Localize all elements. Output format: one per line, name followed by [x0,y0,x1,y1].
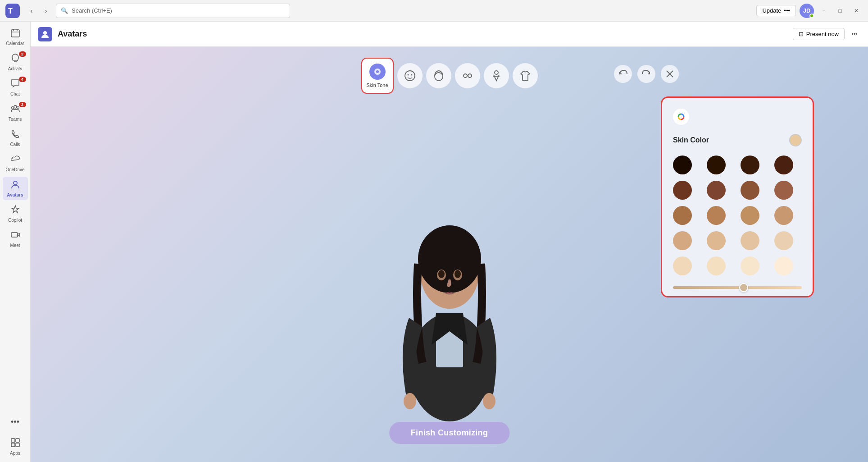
svg-rect-13 [11,443,15,447]
search-bar[interactable]: 🔍 Search (Ctrl+E) [56,4,290,18]
chat-badge: 4 [19,77,26,82]
svg-point-19 [407,74,409,76]
color-swatch-16[interactable] [774,231,793,250]
color-swatch-19[interactable] [741,256,759,275]
toolbar-body[interactable] [484,63,509,88]
main-layout: Calendar 2 Activity 4 Chat 2 Teams [0,22,868,462]
color-swatch-7[interactable] [741,181,759,200]
sidebar-item-teams[interactable]: 2 Teams [3,101,28,124]
toolbar-skin-tone[interactable]: Skin Tone [361,58,394,94]
color-swatch-2[interactable] [707,156,726,174]
skin-color-row: Skin Color [673,134,802,146]
color-swatch-15[interactable] [741,231,759,250]
content-header-icon [38,27,52,41]
color-swatch-14[interactable] [707,231,726,250]
toolbar-right-actions [614,65,679,83]
sidebar-item-calls[interactable]: Calls [3,126,28,150]
titlebar: T ‹ › 🔍 Search (Ctrl+E) Update ••• JD − … [0,0,868,22]
svg-point-23 [468,74,472,78]
color-swatch-10[interactable] [707,206,726,225]
svg-point-6 [14,105,17,108]
maximize-button[interactable]: □ [834,5,846,17]
avatar-figure [373,174,526,426]
sidebar-item-avatars[interactable]: Avatars [3,177,28,200]
svg-rect-10 [11,233,18,237]
update-button[interactable]: Update ••• [756,5,796,16]
calls-icon [10,129,20,141]
minimize-button[interactable]: − [818,5,830,17]
content-header-title: Avatars [58,29,87,39]
toolbar-hair[interactable] [426,63,451,88]
skin-selected-swatch [789,134,802,146]
sidebar-item-avatars-label: Avatars [7,192,23,197]
toolbar-skin-tone-label: Skin Tone [366,82,388,88]
sidebar-item-meet[interactable]: Meet [3,227,28,251]
more-dots-icon: ••• [7,414,23,430]
teams-badge: 2 [19,102,26,107]
color-swatch-11[interactable] [741,206,759,225]
sidebar-item-calendar-label: Calendar [6,41,24,46]
search-icon: 🔍 [61,7,68,14]
color-swatch-20[interactable] [774,256,793,275]
color-swatch-13[interactable] [673,231,692,250]
content-area: Avatars ⊡ Present now ••• Skin Tone [31,22,868,462]
svg-point-20 [411,74,412,76]
color-swatch-18[interactable] [707,256,726,275]
finish-customizing-button[interactable]: Finish Customizing [389,422,509,444]
color-swatch-5[interactable] [673,181,692,200]
activity-badge: 2 [19,51,26,57]
search-placeholder: Search (Ctrl+E) [72,7,112,14]
calendar-icon [10,28,20,40]
color-swatch-3[interactable] [741,156,759,174]
sidebar-item-copilot[interactable]: Copilot [3,202,28,225]
svg-point-25 [495,71,498,74]
toolbar-face[interactable] [397,63,423,88]
svg-rect-14 [16,443,19,447]
sidebar-item-more[interactable]: ••• [3,411,28,433]
svg-point-7 [11,107,14,109]
skin-tone-slider[interactable] [673,286,802,289]
color-swatch-6[interactable] [707,181,726,200]
svg-rect-12 [16,439,19,442]
close-button[interactable]: ✕ [850,5,863,17]
color-swatch-1[interactable] [673,156,692,174]
svg-point-9 [14,181,17,185]
svg-point-21 [435,73,443,81]
content-more-button[interactable]: ••• [848,28,861,41]
teams-icon [10,104,20,116]
finish-customizing-label: Finish Customizing [411,428,488,437]
toolbar-clothing[interactable] [513,63,538,88]
content-header-right: ⊡ Present now ••• [793,28,861,41]
user-avatar[interactable]: JD [800,4,814,18]
redo-button[interactable] [637,65,655,83]
forward-button[interactable]: › [40,5,52,17]
nav-buttons: ‹ › [25,5,52,17]
avatars-icon [10,179,20,192]
toolbar-features[interactable] [455,63,480,88]
google-icon [673,109,689,125]
sidebar: Calendar 2 Activity 4 Chat 2 Teams [0,22,31,462]
color-swatch-9[interactable] [673,206,692,225]
activity-icon [10,53,20,65]
back-button[interactable]: ‹ [25,5,38,17]
sidebar-item-calendar[interactable]: Calendar [3,25,28,49]
color-swatch-4[interactable] [774,156,793,174]
svg-point-36 [454,270,461,278]
skin-color-label: Skin Color [673,136,709,144]
copilot-icon [10,205,20,217]
color-swatch-12[interactable] [774,206,793,225]
undo-button[interactable] [614,65,632,83]
sidebar-item-activity[interactable]: 2 Activity [3,50,28,74]
skin-color-panel: Skin Color [661,96,814,297]
color-swatch-8[interactable] [774,181,793,200]
sidebar-item-chat-label: Chat [10,91,20,96]
skin-slider-thumb[interactable] [739,283,748,292]
color-swatch-17[interactable] [673,256,692,275]
present-now-button[interactable]: ⊡ Present now [793,28,845,40]
close-avatar-button[interactable] [661,65,679,83]
sidebar-item-chat[interactable]: 4 Chat [3,76,28,99]
sidebar-item-apps[interactable]: Apps [3,435,28,458]
content-header: Avatars ⊡ Present now ••• [31,22,868,47]
sidebar-item-onedrive[interactable]: OneDrive [3,151,28,175]
svg-point-35 [438,270,445,278]
